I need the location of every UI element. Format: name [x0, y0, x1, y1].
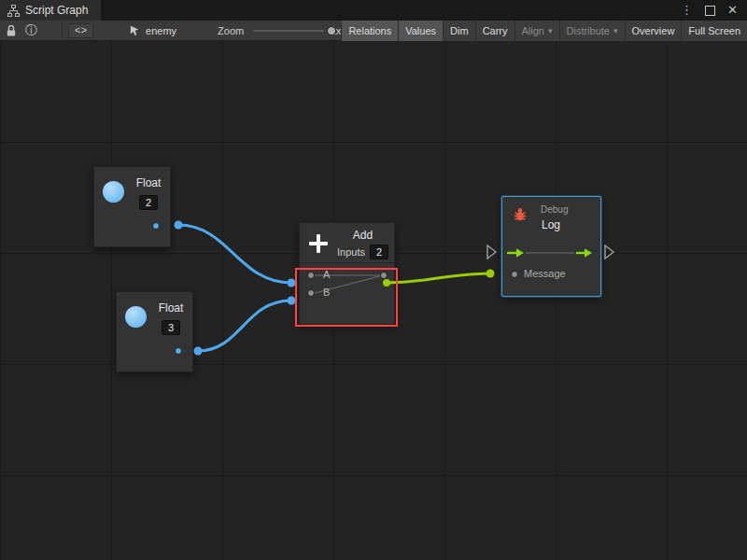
- node-title: Float: [132, 176, 165, 189]
- graph-reference[interactable]: enemy: [129, 24, 176, 36]
- values-button[interactable]: Values: [398, 21, 443, 41]
- graph-canvas[interactable]: Float 2 Float 3 Add: [0, 41, 747, 560]
- node-category: Debug: [541, 204, 568, 215]
- carry-button[interactable]: Carry: [475, 21, 514, 41]
- debug-log-node[interactable]: Debug Log Message: [501, 196, 601, 297]
- title-bar: Script Graph ⋮ ✕: [0, 0, 747, 21]
- distribute-dropdown[interactable]: Distribute ▾: [559, 21, 625, 41]
- add-node-ports: A B: [300, 262, 394, 321]
- input-port-b[interactable]: [307, 289, 315, 297]
- script-graph-window: Script Graph ⋮ ✕ ⓘ <> enemy Zoom: [0, 0, 747, 560]
- wire-endpoint[interactable]: [486, 270, 495, 278]
- relations-label: Relations: [348, 25, 391, 36]
- tab-script-graph[interactable]: Script Graph: [0, 0, 101, 21]
- full-screen-button[interactable]: Full Screen: [681, 21, 747, 41]
- port-a-label: A: [323, 269, 330, 280]
- control-input-arrow-icon: [507, 248, 524, 258]
- float-type-icon: [125, 306, 147, 328]
- chevron-down-icon: ▾: [613, 26, 618, 35]
- script-graph-icon: [7, 5, 20, 17]
- float-output-port[interactable]: [175, 347, 182, 355]
- port-b-label: B: [323, 287, 330, 298]
- overview-label: Overview: [632, 25, 675, 36]
- toolbar-buttons: Relations Values Dim Carry Align ▾ Distr…: [341, 21, 747, 41]
- float-value-field[interactable]: 3: [162, 320, 180, 335]
- zoom-label: Zoom: [218, 25, 244, 36]
- inputs-label: Inputs: [337, 246, 365, 258]
- full-screen-label: Full Screen: [688, 25, 740, 36]
- inspector-info-icon[interactable]: ⓘ: [25, 21, 37, 40]
- float-node-1[interactable]: Float 2: [93, 166, 171, 247]
- values-label: Values: [405, 25, 436, 36]
- node-title: Float: [154, 301, 188, 315]
- code-view-button[interactable]: <>: [68, 23, 93, 38]
- window-controls: ⋮ ✕: [681, 0, 747, 21]
- distribute-label: Distribute: [567, 25, 610, 36]
- overview-button[interactable]: Overview: [625, 21, 682, 41]
- control-output-triangle-icon[interactable]: [605, 245, 613, 259]
- carry-label: Carry: [483, 25, 508, 36]
- wire-float1-to-a[interactable]: [178, 225, 291, 283]
- wire-endpoint[interactable]: [175, 221, 183, 230]
- wire-endpoint[interactable]: [288, 279, 296, 287]
- graph-toolbar: ⓘ <> enemy Zoom 1x Relations Values Dim: [0, 21, 747, 41]
- wire-endpoint[interactable]: [288, 297, 296, 305]
- menu-icon[interactable]: ⋮: [681, 0, 693, 21]
- dim-button[interactable]: Dim: [443, 21, 475, 41]
- tab-title: Script Graph: [25, 4, 88, 17]
- wire-endpoint[interactable]: [194, 347, 203, 356]
- message-label: Message: [524, 268, 566, 279]
- node-title: Add: [353, 229, 373, 242]
- align-label: Align: [522, 25, 544, 36]
- zoom-slider[interactable]: [253, 25, 324, 36]
- graph-name: enemy: [146, 25, 176, 36]
- add-node-header: Add Inputs 2: [300, 223, 394, 262]
- maximize-icon[interactable]: [705, 6, 715, 16]
- toolbar-separator: [62, 24, 63, 37]
- dim-label: Dim: [450, 25, 469, 36]
- control-flow-row[interactable]: [502, 245, 600, 260]
- float-output-port[interactable]: [152, 222, 160, 230]
- add-node[interactable]: Add Inputs 2 A B: [299, 222, 395, 325]
- node-title: Log: [542, 218, 560, 231]
- input-port-a[interactable]: [307, 272, 315, 279]
- control-output-arrow-icon: [576, 248, 592, 258]
- message-input-port[interactable]: [511, 271, 518, 278]
- zoom-slider-track[interactable]: [253, 30, 324, 32]
- control-input-triangle-icon[interactable]: [487, 245, 496, 259]
- wire-float2-to-b[interactable]: [198, 301, 291, 351]
- relations-button[interactable]: Relations: [341, 21, 398, 41]
- lock-glyph: [6, 24, 17, 37]
- zoom-slider-thumb[interactable]: [327, 26, 336, 35]
- graph-asset-icon: [129, 24, 141, 36]
- wire-sum-to-message[interactable]: [387, 273, 490, 283]
- float-type-icon: [103, 181, 124, 203]
- chevron-down-icon: ▾: [548, 26, 553, 35]
- sum-output-port[interactable]: [380, 272, 388, 279]
- plus-icon: [307, 232, 330, 255]
- close-icon[interactable]: ✕: [727, 0, 738, 21]
- bug-icon: [513, 207, 528, 222]
- float-value-field[interactable]: 2: [139, 195, 158, 210]
- align-dropdown[interactable]: Align ▾: [514, 21, 559, 41]
- inputs-count-field[interactable]: 2: [370, 245, 388, 259]
- float-node-2[interactable]: Float 3: [116, 291, 193, 372]
- lock-icon[interactable]: [6, 21, 17, 40]
